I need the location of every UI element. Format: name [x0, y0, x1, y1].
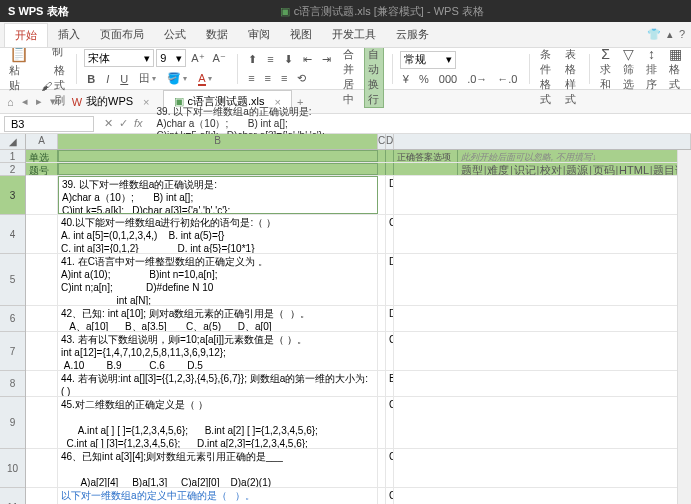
fx-icon[interactable]: fx: [134, 117, 143, 130]
increase-decimal-icon[interactable]: .0→: [464, 71, 490, 87]
underline-button[interactable]: U: [117, 69, 131, 88]
skin-icon[interactable]: 👕: [647, 28, 661, 41]
fill-color-button[interactable]: 🪣▾: [164, 69, 190, 88]
menu-数据[interactable]: 数据: [196, 23, 238, 47]
increase-font-icon[interactable]: A⁺: [188, 49, 207, 67]
row-header[interactable]: 3: [0, 176, 25, 215]
bold-button[interactable]: B: [84, 69, 98, 88]
confirm-edit-icon[interactable]: ✓: [119, 117, 128, 130]
border-button[interactable]: 田▾: [136, 69, 159, 88]
row-header[interactable]: 11: [0, 488, 25, 504]
cell[interactable]: [26, 254, 58, 305]
decrease-font-icon[interactable]: A⁻: [210, 49, 229, 67]
cell[interactable]: [26, 306, 58, 331]
align-bottom-icon[interactable]: ⬇: [281, 51, 296, 68]
cell[interactable]: [26, 176, 58, 214]
title-bar: S WPS 表格 ▣c语言测试题.xls [兼容模式] - WPS 表格: [0, 0, 691, 22]
select-all-corner[interactable]: ◢: [0, 134, 25, 150]
font-size-select[interactable]: 9▾: [156, 49, 186, 67]
answer-cell[interactable]: D: [386, 176, 394, 214]
menu-视图[interactable]: 视图: [280, 23, 322, 47]
row-header[interactable]: 5: [0, 254, 25, 306]
answer-cell[interactable]: C: [386, 397, 394, 448]
menu-开始[interactable]: 开始: [4, 23, 48, 47]
question-cell[interactable]: 43. 若有以下数组说明，则i=10;a[a[i]]元素数值是（ ）。 int …: [58, 332, 378, 370]
minimize-ribbon-icon[interactable]: ▴: [667, 28, 673, 41]
indent-left-icon[interactable]: ⇤: [300, 51, 315, 68]
decrease-decimal-icon[interactable]: ←.0: [494, 71, 520, 87]
vertical-scrollbar[interactable]: [677, 150, 691, 504]
row-header[interactable]: 9: [0, 397, 25, 449]
currency-icon[interactable]: ¥: [400, 71, 412, 87]
align-right-icon[interactable]: ≡: [278, 70, 290, 87]
header-number[interactable]: 题号: [26, 163, 58, 175]
menu-审阅[interactable]: 审阅: [238, 23, 280, 47]
cell[interactable]: [26, 215, 58, 253]
answer-cell[interactable]: C: [386, 215, 394, 253]
row-header[interactable]: 8: [0, 371, 25, 397]
sort-button[interactable]: ↕排序: [643, 46, 660, 92]
answer-cell[interactable]: D: [386, 306, 394, 331]
question-cell[interactable]: 40.以下能对一维数组a进行初始化的语句是:（ ） A. int a[5]=(0…: [58, 215, 378, 253]
tab-mywps[interactable]: W我的WPS×: [61, 90, 161, 113]
align-middle-icon[interactable]: ≡: [264, 51, 276, 68]
row-header[interactable]: 7: [0, 332, 25, 371]
italic-button[interactable]: I: [103, 69, 112, 88]
align-center-icon[interactable]: ≡: [262, 70, 274, 87]
menu-开发工具[interactable]: 开发工具: [322, 23, 386, 47]
question-cell[interactable]: 42、已知: int a[10]; 则对a数组元素的正确引用是（ ）。 A、a[…: [58, 306, 378, 331]
font-select[interactable]: 宋体▾: [84, 49, 154, 67]
comma-icon[interactable]: 000: [436, 71, 460, 87]
question-cell[interactable]: 以下对一维数组a的定义中正确的是（ ）。 A． char a（10） B． in…: [58, 488, 378, 504]
align-left-icon[interactable]: ≡: [245, 70, 257, 87]
row-header[interactable]: 10: [0, 449, 25, 488]
col-header-b[interactable]: B: [58, 134, 378, 149]
menu-页面布局[interactable]: 页面布局: [90, 23, 154, 47]
row-header[interactable]: 1: [0, 150, 25, 163]
question-cell[interactable]: 41. 在C语言中对一维整型数组的正确定义为 。 A)int a(10); B)…: [58, 254, 378, 305]
name-box[interactable]: B3: [4, 116, 94, 132]
tab-menu-icon[interactable]: ▾: [50, 95, 56, 108]
help-icon[interactable]: ?: [679, 28, 685, 41]
question-cell[interactable]: 46、已知int a[3][4];则对数组元素引用正确的是___ A)a[2][…: [58, 449, 378, 487]
document-title: ▣c语言测试题.xls [兼容模式] - WPS 表格: [81, 4, 683, 19]
sum-button[interactable]: Σ求和: [597, 46, 614, 92]
menu-云服务[interactable]: 云服务: [386, 23, 439, 47]
tab-next-icon[interactable]: ▸: [36, 95, 42, 108]
answer-cell[interactable]: C: [386, 488, 394, 504]
question-cell[interactable]: 39. 以下对一维数组a的正确说明是: A)char a（10）; B) int…: [58, 176, 378, 214]
format-button[interactable]: ▦格式: [666, 46, 685, 92]
cell[interactable]: [26, 488, 58, 504]
cancel-edit-icon[interactable]: ✕: [104, 117, 113, 130]
answer-cell[interactable]: D: [386, 254, 394, 305]
row-header[interactable]: 4: [0, 215, 25, 254]
menu-公式[interactable]: 公式: [154, 23, 196, 47]
cell[interactable]: [26, 397, 58, 448]
question-cell[interactable]: 44. 若有说明:int a[][3]={{1,2,3},{4,5},{6,7}…: [58, 371, 378, 396]
align-top-icon[interactable]: ⬆: [245, 51, 260, 68]
tab-home-icon[interactable]: ⌂: [7, 96, 14, 108]
answer-cell[interactable]: C: [386, 449, 394, 487]
orientation-icon[interactable]: ⟲: [294, 70, 309, 87]
row-header[interactable]: 6: [0, 306, 25, 332]
font-color-button[interactable]: A▾: [195, 69, 214, 88]
answer-cell[interactable]: B: [386, 371, 394, 396]
header-single-choice[interactable]: 单选类: [26, 150, 58, 162]
question-cell[interactable]: 45.对二维数组的正确定义是（ ） A.int a[ ] [ ]={1,2,3,…: [58, 397, 378, 448]
spreadsheet-grid[interactable]: ◢ 1 2 345678910111213 A B C D 单选类 正确答案选项…: [0, 134, 691, 504]
cell[interactable]: [26, 371, 58, 396]
row-header[interactable]: 2: [0, 163, 25, 176]
menu-bar: 开始插入页面布局公式数据审阅视图开发工具云服务 👕 ▴ ?: [0, 22, 691, 48]
cell[interactable]: [26, 449, 58, 487]
paste-button[interactable]: 📋粘贴: [6, 44, 32, 93]
indent-right-icon[interactable]: ⇥: [319, 51, 334, 68]
number-format-select[interactable]: 常规▾: [400, 51, 456, 69]
menu-插入[interactable]: 插入: [48, 23, 90, 47]
filter-button[interactable]: ▽筛选: [620, 46, 637, 92]
cell[interactable]: [26, 332, 58, 370]
tab-prev-icon[interactable]: ◂: [22, 95, 28, 108]
app-logo: S WPS 表格: [8, 4, 69, 19]
percent-icon[interactable]: %: [416, 71, 432, 87]
answer-cell[interactable]: C: [386, 332, 394, 370]
col-header-a[interactable]: A: [26, 134, 58, 149]
